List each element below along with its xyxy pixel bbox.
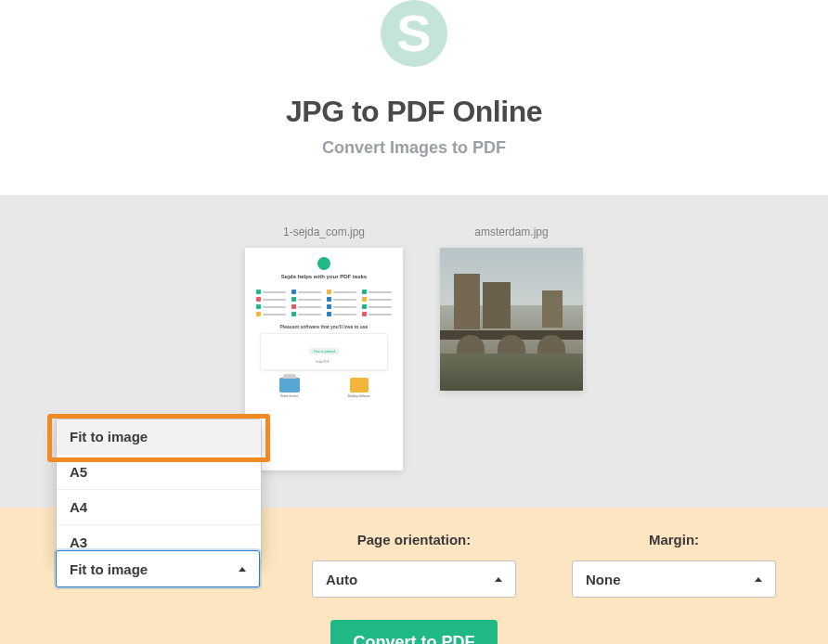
- orientation-value: Auto: [326, 572, 357, 587]
- page-title: JPG to PDF Online: [0, 95, 828, 129]
- caret-up-icon: [755, 577, 762, 582]
- margin-value: None: [586, 572, 621, 587]
- page-subtitle: Convert Images to PDF: [0, 138, 828, 158]
- thumbnail-item[interactable]: amsterdam.jpg: [440, 225, 583, 391]
- logo-icon: S: [381, 0, 447, 67]
- orientation-control: Page orientation: Auto: [312, 532, 516, 598]
- caret-up-icon: [495, 577, 502, 582]
- convert-button[interactable]: Convert to PDF: [330, 620, 497, 644]
- margin-label: Margin:: [572, 532, 776, 547]
- page-size-option[interactable]: A4: [57, 490, 261, 525]
- margin-select[interactable]: None: [572, 560, 776, 598]
- orientation-label: Page orientation:: [312, 532, 516, 547]
- logo-letter: S: [396, 7, 431, 59]
- page-size-dropdown: Fit to image A5 A4 A3: [56, 419, 262, 560]
- thumbnail-filename: amsterdam.jpg: [440, 225, 583, 238]
- convert-button-label: Convert to PDF: [353, 633, 474, 644]
- header: S JPG to PDF Online Convert Images to PD…: [0, 0, 828, 195]
- page-size-value: Fit to image: [70, 561, 148, 577]
- orientation-select[interactable]: Auto: [312, 560, 516, 598]
- thumbnail-filename: 1-sejda_com.jpg: [245, 225, 403, 238]
- margin-control: Margin: None: [572, 532, 776, 598]
- page-size-option[interactable]: Fit to image: [57, 419, 261, 455]
- thumbnail-item[interactable]: 1-sejda_com.jpg Sejda helps with your PD…: [245, 225, 403, 470]
- thumbnail-image: [440, 248, 583, 391]
- thumbnail-image: Sejda helps with your PDF tasks: [245, 248, 403, 470]
- caret-up-icon: [239, 567, 246, 572]
- page-size-select[interactable]: Fit to image: [56, 550, 260, 587]
- page-size-option[interactable]: A5: [57, 455, 261, 490]
